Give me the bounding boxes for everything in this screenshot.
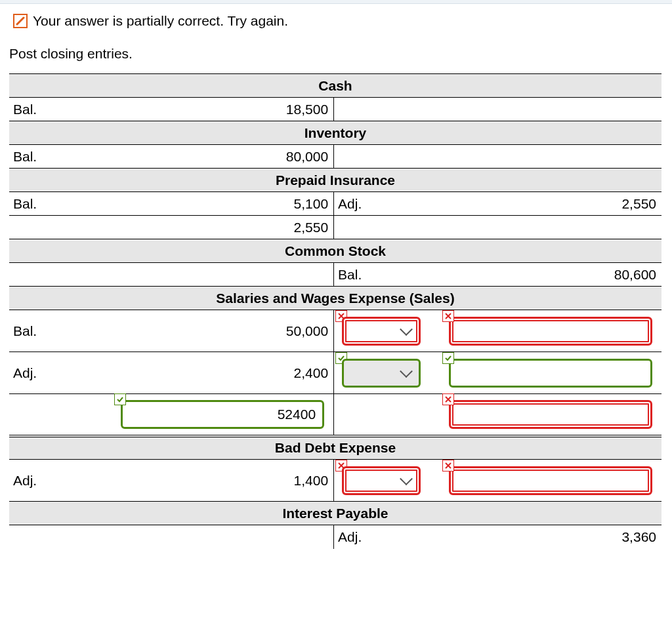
instruction-text: Post closing entries. (0, 34, 672, 73)
account-title-interest: Interest Payable (9, 502, 662, 525)
prepaid-r1-debit-amount: 5,100 (96, 192, 333, 216)
cross-icon (442, 393, 454, 405)
feedback-banner: Your answer is partially correct. Try ag… (0, 4, 672, 34)
prepaid-r1-debit-label: Bal. (9, 192, 96, 216)
ledger-table: Cash Bal. 18,500 Inventory Bal. 80,000 P… (9, 73, 662, 549)
salaries-r2-debit-label: Adj. (9, 352, 96, 394)
salaries-total-credit-input[interactable] (449, 400, 652, 429)
account-title-cash: Cash (9, 74, 662, 98)
prepaid-r2-debit-amount: 2,550 (96, 216, 333, 239)
account-title-inventory: Inventory (9, 121, 662, 145)
common-r1-credit-amount: 80,600 (445, 263, 662, 287)
cross-icon (442, 310, 454, 322)
salaries-r1-debit-label: Bal. (9, 310, 96, 352)
svg-line-0 (17, 18, 24, 24)
inventory-r1-debit-amount: 80,000 (96, 145, 333, 169)
account-title-prepaid: Prepaid Insurance (9, 169, 662, 192)
common-r1-credit-label: Bal. (334, 263, 445, 287)
salaries-r1-credit-label-select[interactable] (342, 317, 421, 346)
check-icon (442, 352, 454, 364)
prepaid-r1-credit-amount: 2,550 (445, 192, 662, 216)
cash-r1-debit-label: Bal. (9, 98, 96, 121)
cash-r1-debit-amount: 18,500 (96, 98, 333, 121)
salaries-r2-credit-amount-input[interactable] (449, 359, 652, 388)
inventory-r1-debit-label: Bal. (9, 145, 96, 169)
baddebt-r1-debit-amount: 1,400 (96, 460, 333, 502)
account-title-common: Common Stock (9, 239, 662, 263)
salaries-r2-debit-amount: 2,400 (96, 352, 333, 394)
cross-icon (442, 460, 454, 472)
interest-r1-credit-amount: 3,360 (445, 525, 662, 549)
baddebt-r1-debit-label: Adj. (9, 460, 96, 502)
baddebt-r1-credit-amount-input[interactable] (449, 466, 652, 495)
check-icon (114, 393, 126, 405)
partial-correct-icon (13, 14, 28, 28)
account-title-baddebt: Bad Debt Expense (9, 436, 662, 460)
baddebt-r1-credit-label-select[interactable] (342, 466, 421, 495)
salaries-r1-credit-amount-input[interactable] (449, 317, 652, 346)
salaries-r1-debit-amount: 50,000 (96, 310, 333, 352)
salaries-r2-credit-label-select[interactable] (342, 359, 421, 388)
interest-r1-credit-label: Adj. (334, 525, 445, 549)
salaries-total-debit-input[interactable]: 52400 (121, 400, 324, 429)
account-title-salaries: Salaries and Wages Expense (Sales) (9, 287, 662, 310)
prepaid-r1-credit-label: Adj. (334, 192, 445, 216)
feedback-text: Your answer is partially correct. Try ag… (33, 13, 288, 29)
